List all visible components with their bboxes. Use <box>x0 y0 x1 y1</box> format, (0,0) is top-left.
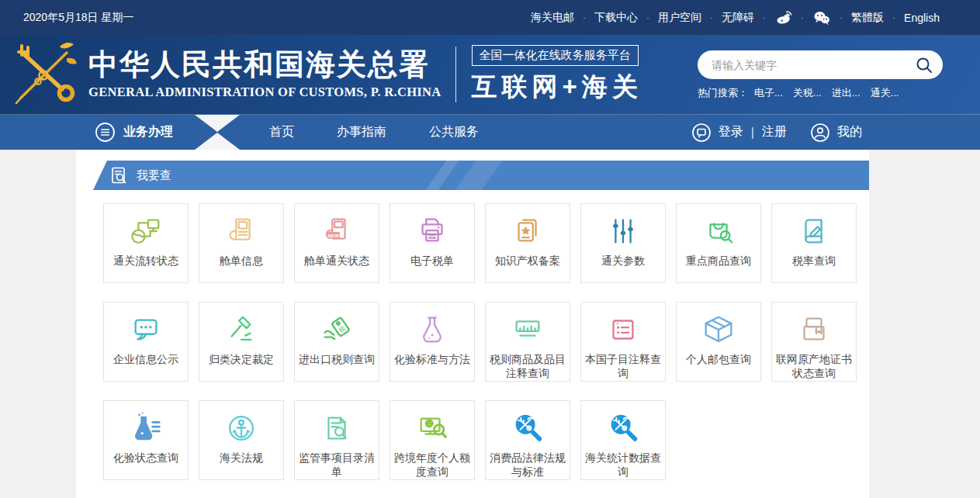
nav-item-public-service[interactable]: 公共服务 <box>429 124 479 140</box>
service-card-5[interactable]: 知识产权备案 <box>485 203 570 283</box>
service-card-label: 化验标准与方法 <box>392 353 473 367</box>
bowtie-decoration <box>195 115 240 150</box>
chat-dots-icon <box>128 310 164 349</box>
service-card-2[interactable]: 舱单信息 <box>199 203 284 283</box>
link-customs-mail[interactable]: 海关电邮 <box>531 11 574 25</box>
service-card-19[interactable]: 监管事项目录清单 <box>294 400 379 480</box>
nav-items: 首页 办事指南 公共服务 <box>269 124 521 140</box>
service-card-11[interactable]: 税进出口税则查询 <box>294 302 379 382</box>
service-card-7[interactable]: 重点商品查询 <box>676 203 761 283</box>
service-card-label: 个人邮包查询 <box>684 353 753 367</box>
service-card-label: 电子税单 <box>408 254 456 268</box>
hot-search-term[interactable]: 进出... <box>832 86 861 100</box>
manifest-icon <box>223 212 259 251</box>
service-card-label: 联网原产地证书状态查询 <box>772 353 856 380</box>
link-accessibility[interactable]: 无障碍 <box>722 11 754 25</box>
site-title-en: GENERAL ADMINISTRATION OF CUSTOMS, P. R.… <box>88 85 442 100</box>
service-card-14[interactable]: 本国子目注释查询 <box>580 302 666 382</box>
separator-dot: · <box>840 12 843 23</box>
search-button[interactable] <box>915 56 933 74</box>
service-card-12[interactable]: 化验标准与方法 <box>390 302 475 382</box>
search-input[interactable] <box>712 59 915 71</box>
nav-item-home[interactable]: 首页 <box>269 124 294 140</box>
hand-tag-icon: 税 <box>319 310 355 349</box>
banner-stripe <box>418 161 463 190</box>
menu-circle-icon <box>95 122 116 143</box>
service-card-16[interactable]: 联网原产地证书状态查询 <box>771 302 857 382</box>
link-traditional-chinese[interactable]: 繁體版 <box>851 11 884 25</box>
main-content: 我要查 通关流转状态舱单信息NEW舱单通关状态电子税单知识产权备案通关参数重点商… <box>0 150 980 498</box>
login-bubble-icon <box>691 123 712 143</box>
service-card-label: 化验状态查询 <box>111 451 181 465</box>
service-card-13[interactable]: 税则商品及品目注释查询 <box>485 302 570 382</box>
service-card-label: 监管事项目录清单 <box>295 451 379 479</box>
service-card-10[interactable]: 归类决定裁定 <box>199 302 284 382</box>
service-card-label: 通关参数 <box>599 254 647 268</box>
header-search-area: 热门搜索： 电子... 关税... 进出... 通关... <box>698 50 943 100</box>
nav-item-guide[interactable]: 办事指南 <box>337 124 386 140</box>
link-user-space[interactable]: 用户空间 <box>658 11 701 25</box>
service-card-8[interactable]: 税率查询 <box>771 203 857 283</box>
my-label: 我的 <box>837 124 862 140</box>
weibo-icon[interactable] <box>774 9 792 26</box>
service-card-label: 舱单通关状态 <box>302 254 372 268</box>
user-icon <box>810 123 830 143</box>
link-english[interactable]: English <box>904 12 940 24</box>
service-card-label: 海关统计数据查询 <box>581 451 665 479</box>
header: 中华人民共和国海关总署 GENERAL ADMINISTRATION OF CU… <box>0 35 980 115</box>
service-card-6[interactable]: 通关参数 <box>580 203 666 283</box>
service-card-21[interactable]: 消费品法律法规与标准 <box>485 400 570 480</box>
site-title-block: 中华人民共和国海关总署 GENERAL ADMINISTRATION OF CU… <box>88 49 442 101</box>
login-register-divider: | <box>751 126 754 140</box>
hot-search-term[interactable]: 通关... <box>871 86 899 100</box>
customs-emblem-logo <box>11 40 81 109</box>
service-card-20[interactable]: 跨境年度个人额度查询 <box>390 400 475 480</box>
wechat-icon[interactable] <box>812 9 831 26</box>
service-card-label: 舱单信息 <box>217 254 265 268</box>
list-card-icon <box>605 310 641 349</box>
bag-search-icon <box>701 212 736 251</box>
date-text: 2020年5月18日 星期一 <box>23 11 133 25</box>
hot-search-row: 热门搜索： 电子... 关税... 进出... 通关... <box>698 86 943 100</box>
hot-search-term[interactable]: 电子... <box>754 86 783 100</box>
platform-badge: 全国一体化在线政务服务平台 <box>472 45 639 66</box>
page: { "topbar": { "date": "2020年5月18日 星期一", … <box>0 0 980 498</box>
service-card-9[interactable]: 企业信息公示 <box>103 302 189 382</box>
separator-dot: · <box>646 12 649 23</box>
topbar-links: 海关电邮 · 下载中心 · 用户空间 · 无障碍 · · · <box>531 9 940 26</box>
service-card-label: 通关流转状态 <box>111 254 181 268</box>
service-card-22[interactable]: 海关统计数据查询 <box>580 400 666 480</box>
customs-search-icon <box>510 409 545 448</box>
service-card-label: 重点商品查询 <box>684 254 753 268</box>
section-banner: 我要查 <box>93 161 869 190</box>
separator-dot: · <box>801 12 804 23</box>
service-card-1[interactable]: 通关流转状态 <box>103 203 189 283</box>
service-card-label: 消费品法律法规与标准 <box>486 451 570 479</box>
service-card-15[interactable]: 个人邮包查询 <box>676 302 761 382</box>
customs-search-icon <box>605 409 641 448</box>
gavel-icon <box>223 310 259 349</box>
service-card-label: 跨境年度个人额度查询 <box>390 451 474 479</box>
service-card-18[interactable]: 海关法规 <box>199 400 284 480</box>
svg-text:NEW: NEW <box>327 233 339 238</box>
register-link[interactable]: 注册 <box>762 124 787 140</box>
service-card-3[interactable]: NEW舱单通关状态 <box>294 203 379 283</box>
manifest-new-icon: NEW <box>319 212 355 251</box>
service-card-17[interactable]: 化验状态查询 <box>103 400 189 480</box>
doc-search-icon <box>110 166 129 185</box>
hot-search-term[interactable]: 关税... <box>793 86 822 100</box>
link-download-center[interactable]: 下载中心 <box>594 11 638 25</box>
nav-right: 登录 | 注册 我的 <box>691 123 862 143</box>
content-panel: 我要查 通关流转状态舱单信息NEW舱单通关状态电子税单知识产权备案通关参数重点商… <box>76 150 869 498</box>
printer-icon <box>414 212 450 251</box>
anchor-icon <box>223 409 259 448</box>
platform-title: 互联网+海关 <box>472 70 642 105</box>
topbar: 2020年5月18日 星期一 海关电邮 · 下载中心 · 用户空间 · 无障碍 … <box>0 0 980 35</box>
banner-stripe <box>448 161 507 190</box>
my-account-button[interactable]: 我的 <box>810 123 862 143</box>
business-menu-button[interactable]: 业务办理 <box>95 122 173 143</box>
platform-block: 全国一体化在线政务服务平台 互联网+海关 <box>472 45 642 105</box>
sliders-icon <box>605 212 641 251</box>
service-card-4[interactable]: 电子税单 <box>390 203 475 283</box>
login-link[interactable]: 登录 <box>719 124 743 140</box>
